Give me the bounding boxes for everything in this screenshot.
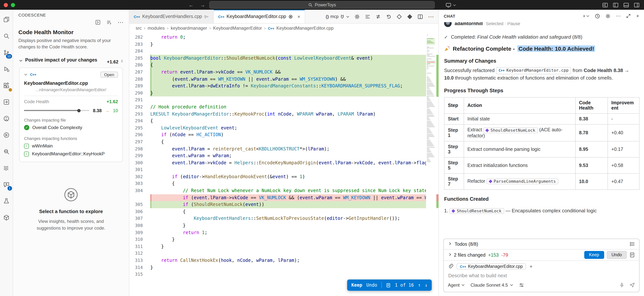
card-file-name[interactable]: KeyboardManagerEditor.cpp [24, 80, 118, 86]
layout-icon[interactable] [602, 2, 608, 8]
code-line[interactable]: 302 if (editor->HandleKeyboardHookEvent(… [129, 173, 438, 180]
add-context-icon[interactable]: + [530, 263, 532, 269]
symbol-chip[interactable]: ShouldResetNumLock [484, 127, 538, 133]
next-change-icon[interactable] [407, 14, 412, 19]
next-change-arrow-icon[interactable]: ↓ [425, 283, 428, 288]
code-line[interactable]: 282 return 0; [129, 34, 438, 41]
breadcrumb-item[interactable]: KeyboardManagerEditor [213, 25, 262, 31]
collapse-all-icon[interactable] [106, 19, 112, 25]
code-line[interactable]: if (event.lParam->vkCode == VK_NUMLOCK &… [129, 194, 438, 201]
code-line[interactable]: 298 event.lParam = reinterpret_cast<KBDL… [129, 145, 438, 152]
code-line[interactable]: 288 (event.wParam == WM_KEYDOWN || event… [129, 76, 438, 83]
breadcrumb-item[interactable]: KeyboardManagerEditor.cpp [276, 25, 334, 31]
code-line[interactable]: 287 return event.lParam->vkCode == VK_NU… [129, 69, 438, 76]
code-line[interactable]: 304 // Reset Num Lock whenever a NumLock… [129, 187, 438, 194]
expand-icon[interactable] [626, 13, 631, 18]
close-icon[interactable]: × [636, 13, 639, 19]
forward-icon[interactable]: → [200, 2, 205, 8]
undo-button[interactable]: Undo [366, 283, 377, 288]
health-knob[interactable] [78, 109, 81, 112]
mcp-tools-chip[interactable]: {} mcp [326, 14, 350, 19]
code-line[interactable]: 306 { [129, 208, 438, 215]
new-chat-button[interactable]: + [583, 13, 590, 19]
breadcrumb-item[interactable]: src [136, 25, 142, 31]
todos-row[interactable]: Todos (8/8) [444, 239, 639, 250]
close-window-button[interactable] [4, 3, 8, 7]
gear-icon[interactable] [354, 14, 360, 19]
activity-beaker[interactable] [0, 193, 13, 209]
activity-run-debug[interactable] [0, 61, 13, 77]
health-track[interactable] [24, 110, 90, 111]
discard-changes-icon[interactable] [386, 14, 392, 19]
attached-file-chip[interactable]: C++ KeyboardManagerEditor.cpp [456, 263, 526, 269]
chevron-down-icon[interactable] [24, 73, 27, 75]
paperclip-icon[interactable] [448, 264, 453, 269]
positive-impact-section[interactable]: Positive impact of your changes +1.62 x̄ [19, 57, 123, 64]
open-in-editor-icon[interactable] [95, 19, 101, 25]
code-editor[interactable]: 282 return 0;283}284285bool KeyboardMana… [129, 33, 438, 296]
code-line[interactable]: 299 event.wParam = wParam; [129, 152, 438, 159]
code-line[interactable]: 310 } [129, 236, 438, 243]
code-line[interactable]: 284 [129, 48, 438, 55]
model-picker[interactable]: Claude Sonnet 4.5 [470, 282, 513, 288]
activity-package[interactable] [0, 209, 13, 226]
back-icon[interactable]: ← [188, 2, 194, 8]
code-line[interactable]: 294{ [129, 117, 438, 124]
symbol-chip[interactable]: ParseCommandLineArguments [486, 179, 558, 184]
activity-refactor-tool[interactable] [0, 94, 13, 110]
compare-changes-icon[interactable] [375, 14, 381, 19]
file-diff-icon[interactable] [386, 283, 391, 288]
change-item[interactable]: ✓Overall Code Complexity [24, 124, 118, 132]
code-line[interactable]: 309 return 1; [129, 229, 438, 236]
minimap[interactable] [426, 34, 436, 296]
activity-explorer[interactable] [0, 11, 13, 28]
code-line[interactable]: 289 event.lParam->dwExtraInfo != Keyboar… [129, 83, 438, 90]
code-line[interactable]: 303 { [129, 180, 438, 187]
keep-all-button[interactable]: Keep [584, 251, 604, 259]
code-line[interactable]: 301 [129, 166, 438, 173]
run-tasks-icon[interactable] [365, 14, 370, 19]
view-diff-icon[interactable] [629, 252, 635, 258]
panel-bottom-icon[interactable] [623, 2, 629, 8]
code-line[interactable]: 308 } [129, 222, 438, 229]
code-line[interactable]: 296 if (nCode == HC_ACTION) [129, 132, 438, 139]
code-line[interactable]: 297 { [129, 139, 438, 145]
activity-github[interactable] [0, 110, 13, 127]
activity-source-control[interactable]: 10 [0, 44, 13, 61]
keep-button[interactable]: Keep [351, 283, 362, 288]
activity-search[interactable] [0, 28, 13, 44]
more-actions-icon[interactable]: ⋯ [616, 13, 621, 19]
code-line[interactable]: 293LRESULT KeyboardManagerEditor::KeyHoo… [129, 111, 438, 117]
checklist-icon[interactable] [629, 241, 635, 247]
change-item[interactable]: ✓KeyboardManagerEditor::KeyHookP [24, 150, 118, 158]
tab-keyboardmanagereditor[interactable]: C++ KeyboardManagerEditor.cpp × [214, 10, 305, 23]
undo-all-button[interactable]: Undo [606, 251, 627, 259]
code-line[interactable]: 295 LowlevelKeyboardEvent event; [129, 124, 438, 131]
split-editor-icon[interactable] [418, 14, 423, 19]
code-line[interactable]: 290} [129, 90, 438, 97]
breadcrumb-item[interactable]: modules [148, 25, 165, 31]
change-item[interactable]: ✓wWinMain [24, 142, 118, 150]
share-window-button[interactable] [446, 0, 456, 10]
agent-mode-picker[interactable]: Agent [448, 282, 465, 288]
code-line[interactable]: 300 event.lParam->vkCode = Helpers::Enco… [129, 159, 438, 166]
file-reference-chip[interactable]: C++KeyboardManagerEditor.cpp [496, 67, 571, 74]
code-line[interactable]: 315 [129, 271, 438, 278]
code-line[interactable]: 312 [129, 250, 438, 257]
chat-messages[interactable]: adamtornhill Selected · Pause ✓ Complete… [439, 22, 644, 237]
previous-change-arrow-icon[interactable]: ↑ [418, 283, 421, 288]
chat-prompt-input[interactable] [444, 272, 639, 280]
panel-left-icon[interactable] [613, 2, 618, 8]
code-line[interactable]: 311 } [129, 243, 438, 250]
history-icon[interactable] [595, 13, 600, 18]
activity-code-search[interactable] [0, 143, 13, 160]
code-line[interactable]: 307 KeyboardEventHandlers::SetNumLockToP… [129, 215, 438, 222]
symbol-chip[interactable]: ShouldResetNumLock [450, 208, 504, 214]
send-icon[interactable] [629, 282, 635, 288]
files-changed-row[interactable]: 2 files changed +153 -79 Keep Undo [444, 250, 639, 261]
code-line[interactable]: 286{ [129, 62, 438, 69]
code-line[interactable]: 313 return CallNextHookEx(hook, nCode, w… [129, 257, 438, 264]
panel-right-icon[interactable] [634, 2, 640, 8]
more-actions-icon[interactable]: ⋯ [118, 19, 124, 26]
zoom-window-button[interactable] [11, 3, 15, 7]
